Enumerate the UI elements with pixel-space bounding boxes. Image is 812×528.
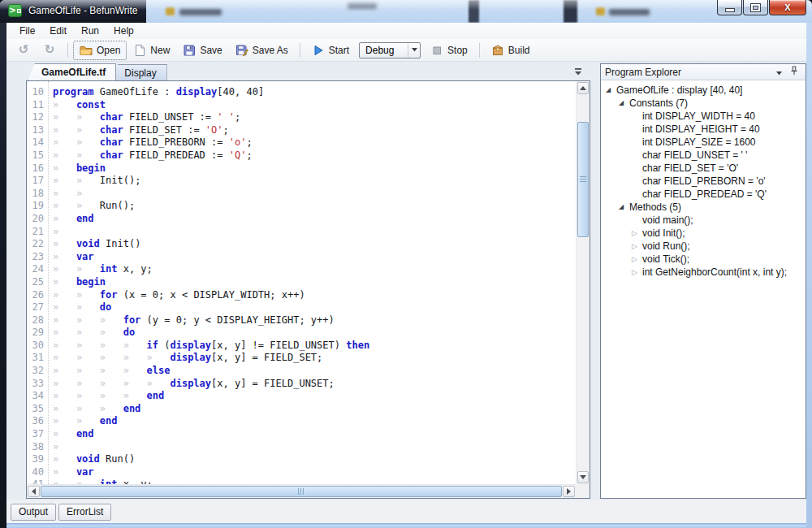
menu-item-edit[interactable]: Edit [42,24,74,38]
window-title: GameOfLife - BefunWrite [28,5,138,16]
line-number: 31 [27,352,48,365]
scroll-right-button[interactable] [563,486,575,497]
stop-button[interactable]: Stop [425,41,473,59]
line-number: 36 [27,415,48,428]
bottom-tab-errorlist[interactable]: ErrorList [58,504,111,521]
tree-item[interactable]: int DISPLAY_SIZE = 1600 [601,136,806,149]
line-number: 37 [27,428,48,441]
tab-whitespace-mark: » [53,200,76,213]
tab-whitespace-mark: » [100,327,123,340]
tree-item[interactable]: char FIELD_PREBORN = 'o' [601,175,806,188]
code-line: » [53,441,576,454]
panel-menu-button[interactable] [776,67,782,78]
start-button[interactable]: Start [306,41,355,59]
line-number: 32 [27,365,48,378]
bottom-tab-output[interactable]: Output [11,504,56,521]
tree-item[interactable]: ◢Constants (7) [601,97,806,110]
tab-whitespace-mark: » [76,263,100,276]
new-button[interactable]: New [127,41,175,59]
tree-item[interactable]: ▷int GetNeighborCount(int x, int y); [601,266,806,279]
program-explorer-panel: Program Explorer ◢GameOfLife : display [… [600,63,806,499]
tab-whitespace-mark: » [123,340,147,353]
menu-item-file[interactable]: File [12,24,42,38]
scrollbar-corner [576,484,590,498]
minimize-button[interactable] [717,0,742,15]
line-number: 15 [27,149,48,162]
tab-whitespace-mark: » [76,175,100,188]
code-token: Init(); [100,175,141,186]
tree-item[interactable]: int DISPLAY_HEIGHT = 40 [601,123,806,136]
code-editor: 1011121314151617181920212223242526272829… [26,80,590,499]
toolbar-button-label: Save [200,45,222,56]
tree-item-label: char FIELD_SET = 'O' [642,162,738,174]
tab-whitespace-mark: » [100,378,123,391]
open-button[interactable]: Open [74,41,126,59]
horizontal-scrollbar-thumb[interactable] [41,486,562,497]
build-button[interactable]: Build [486,41,536,59]
menu-item-run[interactable]: Run [74,24,106,38]
tab-whitespace-mark: » [53,365,76,378]
code-token: char [100,136,123,148]
titlebar[interactable]: > GameOfLife - BefunWrite X [0,0,812,23]
tab-whitespace-mark: » [76,111,100,124]
tab-whitespace-mark: » [53,466,76,479]
program-explorer-header[interactable]: Program Explorer [601,64,806,80]
expander-collapsed-icon[interactable]: ▷ [632,269,642,276]
expander-expanded-icon[interactable]: ◢ [619,100,629,106]
pin-button[interactable] [789,66,799,78]
tab-whitespace-mark: » [53,136,76,149]
expander-collapsed-icon[interactable]: ▷ [632,256,642,263]
maximize-button[interactable] [743,0,768,15]
vertical-scrollbar-thumb[interactable] [577,122,589,237]
toolbar-button-label: New [150,45,170,56]
tree-item[interactable]: char FIELD_UNSET = ' ' [601,149,806,162]
debug-mode-combobox[interactable]: Debug [359,42,421,58]
expander-expanded-icon[interactable]: ◢ [619,204,629,210]
tree-item[interactable]: int DISPLAY_WIDTH = 40 [601,110,806,123]
tree-item[interactable]: ▷void Init(); [601,227,806,240]
tree-item[interactable]: void main(); [601,214,806,227]
undo-button[interactable]: ↺ [11,41,36,59]
document-tab-display[interactable]: Display [110,64,166,80]
scroll-up-button[interactable] [577,82,589,94]
tab-whitespace-mark: » [76,314,100,327]
menubar: FileEditRunHelp [6,23,806,39]
tree-item[interactable]: char FIELD_SET = 'O' [601,162,806,175]
tree-item[interactable]: ◢GameOfLife : display [40, 40] [601,84,806,97]
tree-item[interactable]: char FIELD_PREDEAD = 'Q' [601,188,806,201]
document-tabstrip: GameOfLife.tfDisplay [26,63,590,80]
expander-collapsed-icon[interactable]: ▷ [632,230,642,237]
save-button[interactable]: Save [177,41,227,59]
tree-item[interactable]: ▷void Run(); [601,240,806,253]
toolbar-button-label: Stop [447,45,468,56]
vertical-scrollbar[interactable] [576,81,590,484]
expander-expanded-icon[interactable]: ◢ [606,87,616,93]
menu-item-help[interactable]: Help [106,24,141,38]
code-token: void [76,238,100,249]
expander-collapsed-icon[interactable]: ▷ [632,243,642,250]
tree-item-label: Methods (5) [629,201,681,213]
scroll-left-button[interactable] [28,486,40,497]
code-token: then [346,340,369,351]
tree-item[interactable]: ▷void Tick(); [601,253,806,266]
line-number: 21 [27,226,48,239]
line-number: 17 [27,175,48,188]
horizontal-scrollbar[interactable] [27,484,576,498]
save-as-button[interactable]: Save As [230,41,294,59]
toolbar-button-label: Open [97,45,120,56]
code-content[interactable]: program GameOfLife : display[40, 40]»con… [50,81,576,484]
redo-icon: ↻ [43,44,56,57]
code-token: ; [246,136,252,148]
scroll-down-button[interactable] [577,471,589,483]
code-token: ' ' [217,111,235,123]
code-line: »»»»»display[x, y] = FIELD_UNSET; [53,378,576,391]
tab-whitespace-mark: » [53,340,76,353]
document-tab-gameoflife-tf[interactable]: GameOfLife.tf [28,63,116,80]
close-button[interactable]: X [769,0,806,15]
tree-item[interactable]: ◢Methods (5) [601,201,806,214]
open-folder-icon [80,44,93,57]
redo-button[interactable]: ↻ [37,41,62,59]
tab-whitespace-mark: » [76,403,100,416]
code-line: »end [53,428,576,441]
document-list-button[interactable] [572,67,584,76]
